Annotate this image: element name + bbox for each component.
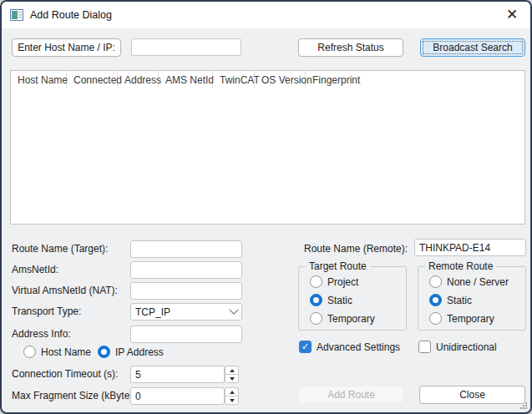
target-route-static-radio[interactable]: Static [310,294,352,306]
remote-route-temporary-radio[interactable]: Temporary [429,312,494,325]
route-name-remote-label: Route Name (Remote): [304,240,408,258]
max-fragment-size-label: Max Fragment Size (kByte): [12,387,136,405]
spinner-down-button[interactable] [225,374,239,383]
window-title: Add Route Dialog [30,9,112,21]
arrow-down-icon [230,399,235,402]
column-header-ams-netid[interactable]: AMS NetId [159,71,213,88]
chevron-down-icon [229,305,238,314]
spinner-up-button[interactable] [225,387,239,396]
spinner-up-button[interactable] [225,366,239,374]
routes-listview[interactable]: Host Name Connected Address AMS NetId Tw… [10,70,525,225]
transport-type-dropdown[interactable]: TCP_IP [130,303,242,321]
spinner-down-button[interactable] [225,396,239,405]
ams-net-id-input[interactable] [130,261,242,279]
route-name-remote-input[interactable] [414,239,526,256]
address-info-input[interactable] [130,326,242,343]
radio-unchecked-icon [429,275,442,288]
app-icon [10,9,23,21]
radio-unchecked-icon [23,346,36,358]
remote-route-none-server-radio[interactable]: None / Server [429,275,509,288]
close-button[interactable]: Close [419,386,525,404]
refresh-status-button[interactable]: Refresh Status [298,38,403,57]
arrow-up-icon [230,391,235,394]
target-route-project-label: Project [327,276,358,288]
remote-route-groupbox: Remote Route None / Server Static Tempor… [418,266,526,331]
close-window-button[interactable]: ✕ [494,2,530,28]
target-route-groupbox: Target Route Project Static Temporary [298,266,407,331]
virtual-ams-net-id-input[interactable] [130,282,242,300]
checkbox-checked-icon: ✓ [299,341,312,353]
advanced-settings-checkbox[interactable]: ✓ Advanced Settings [299,341,400,353]
target-route-temporary-label: Temporary [327,313,375,325]
address-info-label: Address Info: [12,326,71,343]
address-mode-ip-address-radio[interactable]: IP Address [98,346,164,358]
max-fragment-size-input[interactable] [130,387,225,405]
listview-header: Host Name Connected Address AMS NetId Tw… [11,71,524,88]
column-header-connected[interactable]: Connected [67,71,118,88]
radio-checked-icon [310,294,322,306]
column-header-host-name[interactable]: Host Name [11,71,67,88]
address-mode-ip-address-label: IP Address [115,346,164,358]
advanced-settings-label: Advanced Settings [317,341,400,353]
column-header-fingerprint[interactable]: Fingerprint [306,71,524,88]
remote-route-static-label: Static [447,295,472,306]
remote-route-legend: Remote Route [425,260,496,272]
add-route-button[interactable]: Add Route [298,386,404,404]
resize-grip[interactable] [519,401,528,410]
address-mode-host-name-label: Host Name [41,346,91,358]
remote-route-static-radio[interactable]: Static [429,294,472,306]
checkbox-unchecked-icon [418,341,431,353]
enter-host-name-button[interactable]: Enter Host Name / IP: [12,38,121,57]
radio-unchecked-icon [310,312,322,325]
max-fragment-size-spinner [225,387,239,405]
target-route-static-label: Static [327,295,352,306]
route-name-target-label: Route Name (Target): [12,240,108,258]
target-route-legend: Target Route [306,260,370,272]
ams-net-id-label: AmsNetId: [12,261,58,279]
unidirectional-checkbox[interactable]: Unidirectional [418,341,497,353]
radio-unchecked-icon [429,312,442,325]
target-route-temporary-radio[interactable]: Temporary [310,312,375,325]
column-header-twincat[interactable]: TwinCAT [213,71,255,88]
add-route-dialog: Add Route Dialog ✕ Enter Host Name / IP:… [0,0,532,414]
route-name-target-input[interactable] [130,240,242,258]
remote-route-none-server-label: None / Server [447,276,509,288]
connection-timeout-spinner [225,366,239,383]
unidirectional-label: Unidirectional [436,341,497,353]
connection-timeout-input[interactable] [130,366,225,383]
radio-checked-icon [98,346,110,358]
transport-type-value: TCP_IP [135,306,170,318]
radio-checked-icon [429,294,442,306]
title-bar: Add Route Dialog ✕ [2,2,530,28]
arrow-down-icon [230,377,235,381]
broadcast-search-button[interactable]: Broadcast Search [420,38,525,57]
connection-timeout-label: Connection Timeout (s): [12,366,118,383]
column-header-address[interactable]: Address [118,71,159,88]
column-header-os-version[interactable]: OS Version [255,71,306,88]
transport-type-label: Transport Type: [12,303,81,321]
radio-unchecked-icon [310,275,322,288]
arrow-up-icon [230,369,235,372]
target-route-project-radio[interactable]: Project [310,275,358,288]
virtual-ams-net-id-label: Virtual AmsNetId (NAT): [12,282,118,300]
remote-route-temporary-label: Temporary [447,313,494,325]
address-mode-host-name-radio[interactable]: Host Name [23,346,91,358]
host-name-input[interactable] [131,38,241,56]
